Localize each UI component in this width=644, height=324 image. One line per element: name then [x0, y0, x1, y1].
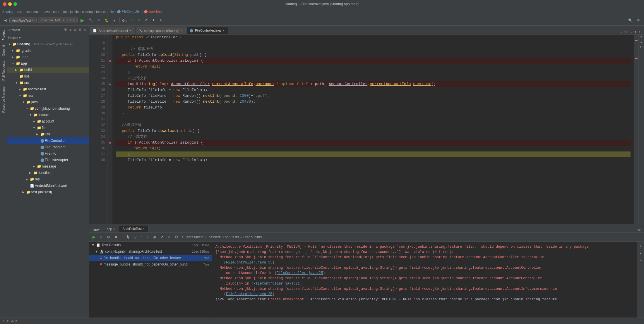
export-btn[interactable]: ↗: [159, 234, 165, 240]
pause-btn[interactable]: ⏸: [113, 234, 119, 240]
bottom-structure-btn[interactable]: S: [638, 243, 644, 249]
test-results-root[interactable]: ▼ 📋 Test Results 1sec 915ms: [89, 242, 212, 248]
tree-java-folder[interactable]: ▼ 📁 java: [7, 99, 89, 105]
tree-idea-folder[interactable]: ▶ 📁 .idea: [7, 54, 89, 60]
git-history[interactable]: ↺: [143, 18, 149, 23]
tree-filecontroller[interactable]: ⬤ FileController: [7, 137, 89, 144]
tree-src-folder[interactable]: ▼ 📁 src: [7, 80, 89, 86]
tab-settings-close[interactable]: ×: [181, 29, 183, 32]
tab-settings-gradle[interactable]: 🔧 settings.gradle (Sharing) ×: [136, 27, 187, 34]
tree-test-folder[interactable]: ▶ 📁 test [unitTest]: [7, 189, 89, 195]
tree-package-folder[interactable]: ▼ 📁 com.jkb.junbin.sharing: [7, 105, 89, 112]
tab-androidmanifest-close[interactable]: ×: [130, 29, 131, 32]
tree-androidmanifest[interactable]: 📄 AndroidManifest.xml: [7, 182, 89, 189]
breadcrumb-filecontroller[interactable]: ⬤ FileController: [117, 10, 141, 13]
breadcrumb-sharing[interactable]: Sharing: [2, 10, 13, 13]
test-item-message-bundle[interactable]: ✗ message_bundle_should_not_dependOn_oth…: [89, 261, 212, 268]
bottom-build-btn[interactable]: B: [638, 257, 644, 263]
tree-function-folder[interactable]: ▶ 📁 function: [7, 170, 89, 176]
link-filecontroller-25b[interactable]: FileController.java:25: [226, 292, 272, 296]
settings-button[interactable]: ⚙: [635, 18, 642, 23]
build-button[interactable]: 🔨: [87, 18, 95, 23]
run-config-selector[interactable]: ArchRuleTest ▾: [9, 18, 37, 23]
breadcrumb-feature[interactable]: feature: [96, 10, 106, 13]
prev-btn[interactable]: ↑: [140, 234, 144, 240]
breadcrumb-sharing2[interactable]: sharing: [82, 10, 93, 13]
git-pull[interactable]: ⬇: [158, 18, 164, 23]
breadcrumb-java[interactable]: java: [44, 10, 49, 13]
test-suite[interactable]: ▼ 🔬 com.jkb.junbin.sharing.ArchRuleTest …: [89, 248, 212, 255]
project-tab[interactable]: Project: [1, 28, 6, 43]
bottom-fav-btn[interactable]: ★: [638, 250, 644, 256]
tree-main-folder[interactable]: ▼ 📁 main: [7, 92, 89, 99]
breadcrumb-download[interactable]: ⬤ download: [144, 10, 162, 13]
tree-file-folder[interactable]: ▼ 📁 file: [7, 125, 89, 131]
panel-close-btn[interactable]: ×: [83, 27, 86, 32]
git-push[interactable]: ⬆: [150, 18, 157, 23]
stop-button[interactable]: ■: [112, 18, 117, 23]
bottom-panel-gear[interactable]: ⚙: [638, 228, 643, 232]
structure-btn[interactable]: S: [640, 36, 642, 39]
link-filecontroller-35[interactable]: FileController.java:35: [226, 261, 272, 265]
tab-archruletest-close[interactable]: ×: [143, 227, 145, 230]
breadcrumb-com[interactable]: com: [53, 10, 59, 13]
tree-gradle-folder[interactable]: ▶ 📁 .gradle: [7, 47, 89, 54]
breadcrumb-file[interactable]: file: [109, 10, 114, 13]
favorites-btn[interactable]: ★: [640, 40, 642, 44]
tree-libs-folder[interactable]: 📁 libs: [7, 73, 89, 80]
tree-androidtest-folder[interactable]: ▶ 📁 androidTest: [7, 86, 89, 92]
run-tests-btn[interactable]: ▶: [91, 234, 97, 240]
search-button[interactable]: 🔍: [626, 18, 634, 23]
close-button[interactable]: [3, 2, 6, 6]
tree-account-folder[interactable]: ▶ 📁 account: [7, 118, 89, 125]
import-btn[interactable]: ↙: [166, 234, 172, 240]
panel-gear-btn[interactable]: ⚙: [64, 27, 68, 32]
panel-list-btn[interactable]: ≡: [69, 27, 72, 32]
settings-tests-btn[interactable]: ⚙: [174, 234, 179, 240]
tab-androidmanifest[interactable]: 📄 AndroidManifest.xml ×: [90, 27, 135, 34]
collapse-indicator[interactable]: ∧: [638, 30, 640, 34]
tree-app-folder[interactable]: ▼ 📁 app: [7, 60, 89, 67]
breadcrumb-src[interactable]: src: [26, 10, 30, 13]
minimize-button[interactable]: [8, 2, 12, 6]
sync-button[interactable]: ⟳: [96, 18, 102, 23]
git-check2[interactable]: ✓: [136, 18, 142, 23]
panel-settings-btn[interactable]: ⚙: [78, 27, 82, 32]
commit-tab[interactable]: Commit: [1, 43, 6, 58]
tab-app[interactable]: app ×: [103, 225, 119, 232]
build-variants-btn[interactable]: B: [640, 45, 642, 49]
debug-button[interactable]: 🐛: [103, 18, 111, 23]
tab-archruletest[interactable]: ArchRuleTest ×: [119, 225, 148, 232]
run-button[interactable]: ▶: [79, 17, 86, 24]
filter-btn[interactable]: ▽: [133, 234, 138, 240]
tree-util-folder[interactable]: ▶ 📁 util: [7, 131, 89, 137]
emulator-selector[interactable]: Pixel_3a_API_30_x86 ▾: [38, 18, 77, 23]
test-item-file-bundle[interactable]: ✗ file_bundle_should_not_dependOn_other_…: [89, 255, 212, 261]
resource-manager-tab[interactable]: Resource Manager: [1, 83, 6, 115]
panel-layout-btn[interactable]: ⊞: [73, 27, 77, 32]
tree-feature-folder[interactable]: ▼ 📁 feature: [7, 112, 89, 118]
pull-requests-tab[interactable]: Pull Requests: [1, 58, 6, 83]
git-check1[interactable]: ✓: [129, 18, 135, 23]
tree-filefragment[interactable]: ⬤ FileFragment: [7, 144, 89, 150]
tab-filecontroller-close[interactable]: ×: [222, 29, 224, 32]
tree-filelistadapter[interactable]: ⬤ FileListAdapter: [7, 157, 89, 163]
breadcrumb-junbin[interactable]: junbin: [70, 10, 79, 13]
maximize-button[interactable]: [13, 2, 17, 6]
breadcrumb-app[interactable]: app: [17, 10, 22, 13]
project-dropdown[interactable]: Project ▾: [7, 35, 89, 41]
stop-tests-btn[interactable]: ⊗: [106, 234, 111, 240]
rerun-btn[interactable]: ✓: [98, 234, 104, 240]
code-content[interactable]: public class FileController { // 模拟上传 pu…: [112, 35, 634, 224]
back-button[interactable]: ◀: [2, 18, 8, 23]
link-filecontroller-21[interactable]: FileController.java:21: [254, 282, 300, 286]
sort-btn[interactable]: ⇅: [125, 234, 131, 240]
breadcrumb-main[interactable]: main: [33, 10, 40, 13]
breadcrumb-jkb[interactable]: jkb: [63, 10, 67, 13]
tree-res-folder[interactable]: ▶ 📁 res: [7, 176, 89, 182]
tree-build-folder[interactable]: ▶ 📁 build: [7, 67, 89, 73]
expand-btn[interactable]: ⊞: [152, 234, 157, 240]
tree-root-sharing[interactable]: ▼ 📁 Sharing ~/AndroidStudioProjects/Shar…: [7, 41, 89, 47]
tab-filecontroller[interactable]: ⬤ FileController.java ×: [187, 27, 228, 34]
tree-message-folder[interactable]: ▶ 📁 message: [7, 163, 89, 170]
